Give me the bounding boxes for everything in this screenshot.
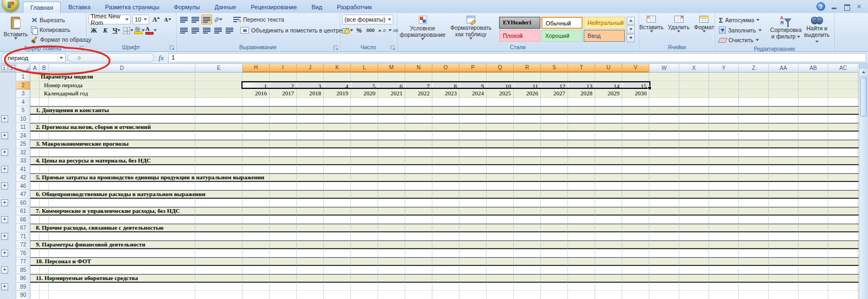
cut-button[interactable]: Вырезать bbox=[29, 15, 93, 25]
row-header-3[interactable]: 3 bbox=[16, 89, 30, 98]
shrink-font-button[interactable]: A bbox=[162, 15, 173, 24]
col-header-Z[interactable]: Z bbox=[739, 64, 769, 73]
format-as-table-button[interactable]: Форматировать как таблицу bbox=[446, 15, 496, 44]
col-header-M[interactable]: M bbox=[378, 64, 405, 73]
format-cells-button[interactable]: Формат bbox=[692, 15, 716, 44]
expand-group-button-row-32[interactable]: + bbox=[1, 149, 8, 156]
row-header-33[interactable]: 33 bbox=[16, 157, 30, 165]
col-header-Y[interactable]: Y bbox=[709, 64, 739, 73]
row-header-76[interactable]: 76 bbox=[16, 249, 30, 258]
help-icon[interactable]: ? bbox=[816, 2, 825, 11]
sort-filter-button[interactable]: АЯ Сортировка и фильтр bbox=[770, 15, 802, 46]
col-header-L[interactable]: L bbox=[351, 64, 378, 73]
minimize-button[interactable] bbox=[831, 4, 838, 10]
cell[interactable]: 6 bbox=[378, 82, 405, 88]
increase-decimal-button[interactable]: .0 bbox=[376, 25, 387, 35]
tab-data[interactable]: Данные bbox=[207, 2, 243, 13]
tab-formulas[interactable]: Формулы bbox=[167, 2, 207, 13]
expand-group-button-row-10[interactable]: + bbox=[1, 115, 8, 122]
conditional-formatting-button[interactable]: Условное форматирование bbox=[399, 15, 446, 44]
col-header-K[interactable]: K bbox=[324, 64, 351, 73]
row-header-4[interactable]: 4 bbox=[16, 98, 30, 107]
row-header-46[interactable]: 46 bbox=[16, 182, 30, 191]
style-item-EYHeader1[interactable]: EYHeader1 bbox=[499, 17, 540, 29]
tab-developer[interactable]: Разработчик bbox=[330, 2, 379, 13]
row-77-cells[interactable]: 10. Персонал и ФОТ bbox=[30, 257, 868, 266]
row-76-cells[interactable] bbox=[30, 249, 868, 258]
cell[interactable]: 9 bbox=[459, 82, 487, 88]
col-header-J[interactable]: J bbox=[297, 64, 324, 73]
close-button[interactable]: ✕ bbox=[856, 4, 863, 10]
col-header-U[interactable]: U bbox=[595, 64, 622, 73]
paste-button[interactable]: Вставить bbox=[2, 15, 29, 45]
col-header-P[interactable]: P bbox=[459, 64, 487, 73]
row-66-cells[interactable] bbox=[30, 216, 868, 224]
align-left-button[interactable] bbox=[178, 25, 189, 35]
row-24-cells[interactable] bbox=[30, 132, 868, 140]
expand-group-button-row-46[interactable]: + bbox=[1, 183, 8, 190]
col-header-X[interactable]: X bbox=[679, 64, 709, 73]
col-header-Q[interactable]: Q bbox=[487, 64, 514, 73]
restore-button[interactable] bbox=[843, 4, 850, 10]
col-header-D[interactable]: D bbox=[49, 64, 195, 73]
font-dialog-launcher-icon[interactable] bbox=[170, 46, 174, 50]
expand-group-button-row-41[interactable]: + bbox=[1, 166, 8, 173]
expand-group-button-row-85[interactable]: + bbox=[1, 266, 8, 274]
cell[interactable]: 2029 bbox=[595, 89, 622, 98]
row-2-cells[interactable]: Номер периода123456789101112131415 bbox=[30, 81, 868, 90]
cell[interactable]: 2024 bbox=[459, 89, 487, 98]
name-box-dropdown-icon[interactable] bbox=[57, 54, 65, 62]
decrease-indent-button[interactable] bbox=[213, 25, 224, 35]
row-1-cells[interactable]: Параметры модели bbox=[30, 73, 868, 81]
style-item-Хороший[interactable]: Хороший bbox=[541, 30, 583, 42]
row-header-25[interactable]: 25 bbox=[16, 140, 30, 148]
row-header-32[interactable]: 32 bbox=[16, 148, 30, 157]
row-header-89[interactable]: 89 bbox=[16, 283, 30, 291]
row-header-10[interactable]: 10 bbox=[16, 115, 30, 123]
bold-button[interactable]: Ж bbox=[88, 25, 99, 35]
row-33-cells[interactable]: 4. Цены на ресурсы и материалы, без НДС bbox=[30, 157, 868, 165]
col-header-A[interactable]: A bbox=[30, 64, 40, 73]
expand-group-button-row-60[interactable]: + bbox=[1, 199, 8, 206]
col-header-O[interactable]: O bbox=[432, 64, 459, 73]
row-67-cells[interactable]: 8. Прочие расходы, связанные с деятельно… bbox=[30, 224, 868, 232]
row-header-41[interactable]: 41 bbox=[16, 165, 30, 174]
col-header-S[interactable]: S bbox=[541, 64, 568, 73]
cell[interactable]: 12 bbox=[541, 82, 568, 88]
expand-group-button-row-89[interactable]: + bbox=[1, 283, 8, 290]
expand-group-button-row-76[interactable]: + bbox=[1, 250, 8, 257]
outline-level-1-button[interactable]: 1 bbox=[1, 65, 8, 72]
format-painter-button[interactable]: Формат по образцу bbox=[29, 35, 93, 44]
tab-home[interactable]: Главная bbox=[23, 2, 61, 13]
style-item-Нейтральный[interactable]: Нейтральный bbox=[584, 17, 625, 29]
expand-group-button-row-24[interactable]: + bbox=[1, 132, 8, 139]
align-right-button[interactable] bbox=[201, 25, 212, 35]
cell[interactable]: 7 bbox=[405, 82, 432, 88]
cell[interactable]: 8 bbox=[432, 82, 459, 88]
align-middle-button[interactable] bbox=[190, 15, 201, 24]
cell[interactable]: 13 bbox=[568, 82, 595, 88]
row-10-cells[interactable] bbox=[30, 115, 868, 123]
row-header-85[interactable]: 85 bbox=[16, 266, 30, 275]
scrollbar-thumb[interactable] bbox=[860, 77, 867, 116]
col-header-I[interactable]: I bbox=[270, 64, 297, 73]
scroll-up-button[interactable] bbox=[859, 68, 868, 76]
cell[interactable]: 2016 bbox=[242, 89, 270, 98]
cell[interactable]: 2019 bbox=[324, 89, 351, 98]
increase-indent-button[interactable] bbox=[224, 25, 235, 35]
orientation-button[interactable]: ab bbox=[213, 15, 224, 24]
cell[interactable]: 2030 bbox=[622, 89, 649, 98]
cell[interactable]: 14 bbox=[595, 82, 622, 88]
row-90-cells[interactable] bbox=[30, 291, 868, 299]
row-25-cells[interactable]: 3. Макроэкономические прогнозы bbox=[30, 140, 868, 148]
row-71-cells[interactable] bbox=[30, 232, 868, 241]
name-box-resize-handle[interactable] bbox=[67, 53, 154, 62]
cell[interactable]: 2018 bbox=[297, 89, 324, 98]
row-header-1[interactable]: 1 bbox=[16, 73, 30, 81]
col-header-T[interactable]: T bbox=[568, 64, 595, 73]
select-all-corner[interactable] bbox=[16, 64, 30, 73]
cell[interactable]: 2 bbox=[270, 82, 297, 88]
accounting-format-button[interactable] bbox=[342, 25, 353, 35]
font-size-select[interactable]: 10 bbox=[132, 15, 149, 24]
italic-button[interactable]: К bbox=[100, 25, 111, 35]
